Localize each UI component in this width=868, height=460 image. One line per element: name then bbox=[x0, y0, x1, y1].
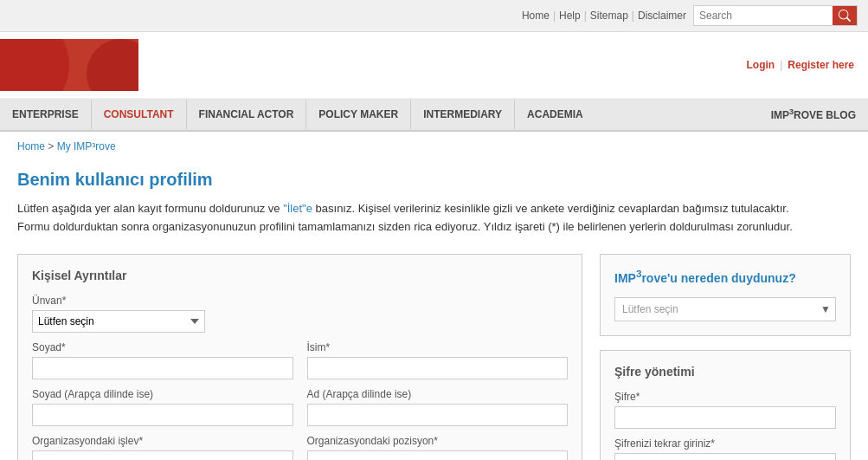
main-navigation: ENTERPRISE CONSULTANT FINANCIAL ACTOR PO… bbox=[0, 99, 868, 132]
heard-about-select-wrapper: Lütfen seçin ▼ bbox=[614, 297, 836, 321]
nav-academia[interactable]: ACADEMIA bbox=[515, 100, 595, 129]
search-box bbox=[693, 5, 858, 26]
breadcrumb-home[interactable]: Home bbox=[17, 140, 45, 152]
breadcrumb: Home > My IMP³rove bbox=[0, 132, 868, 161]
nav-policy-maker[interactable]: POLICY MAKER bbox=[306, 100, 411, 129]
org-position-input[interactable] bbox=[307, 450, 569, 460]
password-input[interactable] bbox=[614, 406, 836, 429]
logo-text-container: IMProve3 bbox=[149, 51, 242, 79]
logo: IMProve3 bbox=[149, 51, 242, 78]
org-function-label: Organizasyondaki işlev* bbox=[32, 435, 293, 447]
heard-about-title: IMP3rove'u nereden duydunuz? bbox=[614, 269, 836, 286]
personal-details-title: Kişisel Ayrıntılar bbox=[32, 269, 568, 282]
title-select[interactable]: Lütfen seçin bbox=[32, 310, 205, 333]
nav-enterprise[interactable]: ENTERPRISE bbox=[0, 100, 92, 129]
password-section-title: Şifre yönetimi bbox=[614, 365, 836, 379]
nav-intermediary[interactable]: INTERMEDIARY bbox=[411, 100, 515, 129]
title-label: Ünvan* bbox=[32, 295, 205, 307]
lastname-label: Soyad* bbox=[32, 341, 293, 353]
nav-financial-actor[interactable]: FINANCIAL ACTOR bbox=[187, 100, 307, 129]
page-content: Benim kullanıcı profilim Lütfen aşağıda … bbox=[0, 161, 868, 460]
nav-help-link[interactable]: Help bbox=[559, 10, 581, 22]
password-label: Şifre* bbox=[614, 391, 836, 403]
firstname-arabic-input[interactable] bbox=[307, 404, 569, 426]
org-position-label: Organizasyondaki pozisyon* bbox=[307, 435, 569, 447]
firstname-label: İsim* bbox=[307, 341, 569, 353]
firstname-arabic-label: Ad (Arapça dilinde ise) bbox=[307, 388, 569, 400]
password-section: Şifre yönetimi Şifre* Şifrenizi tekrar g… bbox=[600, 350, 851, 460]
firstname-group: İsim* bbox=[307, 341, 569, 379]
logo-superscript: 3 bbox=[237, 55, 242, 67]
lastname-arabic-group: Soyad (Arapça dilinde ise) bbox=[32, 388, 293, 426]
header: IMProve3 Login | Register here bbox=[0, 32, 868, 99]
org-row: Organizasyondaki işlev* Organizasyondaki… bbox=[32, 435, 568, 460]
heard-about-select[interactable]: Lütfen seçin bbox=[614, 297, 836, 321]
search-icon bbox=[839, 10, 851, 22]
logo-red-background bbox=[0, 39, 138, 91]
lastname-group: Soyad* bbox=[32, 341, 293, 379]
arabic-name-row: Soyad (Arapça dilinde ise) Ad (Arapça di… bbox=[32, 388, 568, 426]
intro-text: Lütfen aşağıda yer alan kayıt formunu do… bbox=[17, 200, 796, 236]
confirm-password-group: Şifrenizi tekrar giriniz* bbox=[614, 437, 836, 460]
nav-home-link[interactable]: Home bbox=[522, 10, 550, 22]
header-auth-links: Login | Register here bbox=[747, 59, 854, 71]
org-function-input[interactable] bbox=[32, 450, 293, 460]
breadcrumb-current[interactable]: My IMP³rove bbox=[57, 140, 116, 152]
lastname-input[interactable] bbox=[32, 357, 293, 379]
heard-about-section: IMP3rove'u nereden duydunuz? Lütfen seçi… bbox=[600, 254, 851, 337]
personal-details-section: Kişisel Ayrıntılar Ünvan* Lütfen seçin S… bbox=[17, 254, 582, 460]
confirm-password-input[interactable] bbox=[614, 453, 836, 460]
top-bar: Home | Help | Sitemap | Disclaimer bbox=[0, 0, 868, 32]
name-row: Soyad* İsim* bbox=[32, 341, 568, 379]
login-link[interactable]: Login bbox=[747, 59, 775, 71]
page-title: Benim kullanıcı profilim bbox=[17, 170, 851, 190]
search-input[interactable] bbox=[694, 7, 833, 24]
ilet-link[interactable]: "İlet"e bbox=[283, 202, 312, 215]
nav-consultant[interactable]: CONSULTANT bbox=[92, 100, 187, 129]
nav-blog[interactable]: IMP3ROVE BLOG bbox=[759, 99, 868, 130]
org-position-group: Organizasyondaki pozisyon* bbox=[307, 435, 569, 460]
search-button[interactable] bbox=[833, 6, 857, 25]
lastname-arabic-label: Soyad (Arapça dilinde ise) bbox=[32, 388, 293, 400]
nav-disclaimer-link[interactable]: Disclaimer bbox=[638, 10, 686, 22]
main-nav-left: ENTERPRISE CONSULTANT FINANCIAL ACTOR PO… bbox=[0, 100, 595, 129]
nav-sitemap-link[interactable]: Sitemap bbox=[590, 10, 628, 22]
form-layout: Kişisel Ayrıntılar Ünvan* Lütfen seçin S… bbox=[17, 254, 851, 460]
form-left-column: Kişisel Ayrıntılar Ünvan* Lütfen seçin S… bbox=[17, 254, 582, 460]
firstname-input[interactable] bbox=[307, 357, 569, 379]
register-link[interactable]: Register here bbox=[788, 59, 854, 71]
form-right-column: IMP3rove'u nereden duydunuz? Lütfen seçi… bbox=[600, 254, 851, 460]
top-nav-links: Home | Help | Sitemap | Disclaimer bbox=[522, 10, 686, 22]
firstname-arabic-group: Ad (Arapça dilinde ise) bbox=[307, 388, 569, 426]
confirm-password-label: Şifrenizi tekrar giriniz* bbox=[614, 437, 836, 450]
logo-area: IMProve3 bbox=[0, 39, 242, 91]
lastname-arabic-input[interactable] bbox=[32, 404, 293, 426]
org-function-group: Organizasyondaki işlev* bbox=[32, 435, 293, 460]
password-group: Şifre* bbox=[614, 391, 836, 429]
